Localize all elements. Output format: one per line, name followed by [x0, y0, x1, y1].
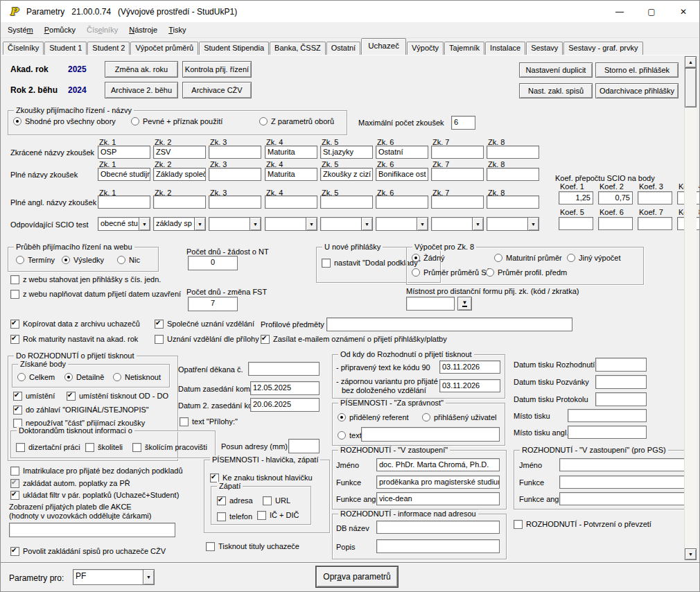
exam-full-field-5[interactable]: Zkoušky z cizí	[320, 168, 373, 181]
checkbox-povolit-spisy-czv[interactable]: Povolit zakládání spisů pro uchazeče CŽV	[10, 546, 166, 556]
tab-ciselniky[interactable]: Číselníky	[3, 42, 44, 55]
scio-combo-1[interactable]: obecné stu▼	[98, 217, 150, 231]
vertical-scrollbar[interactable]: ▲ ▼	[684, 56, 697, 560]
radio-prumer-profil[interactable]: Průměr profil. předm	[486, 268, 567, 277]
zastoupeni-jmeno-field[interactable]: doc. PhDr. Marta Chromá, Ph.D.	[376, 458, 500, 471]
scroll-down-button[interactable]: ▼	[685, 548, 697, 560]
checkbox-kopirovat-archiv[interactable]: Kopírovat data z archivu uchazečů	[10, 319, 140, 329]
radio-prihlaseny-uzivatel[interactable]: přihlášený uživatel	[422, 412, 497, 422]
odarchivace-prihlasky-button[interactable]: Odarchivace přihlášky	[595, 83, 679, 98]
radio-celkem[interactable]: Celkem	[17, 372, 55, 382]
scio-combo-4[interactable]: ▼	[265, 217, 317, 231]
exam-angl-field-5[interactable]	[320, 195, 373, 209]
maximize-button[interactable]: ▢	[636, 1, 667, 22]
popis-field[interactable]	[376, 539, 500, 553]
checkbox-rok-maturity[interactable]: Rok maturity nastavit na akad. rok	[10, 334, 138, 344]
zastoupeni-funkce-angl-field[interactable]: vice-dean	[376, 492, 500, 505]
storno-el-prihlasek-button[interactable]: Storno el. přihlášek	[595, 62, 679, 78]
exam-angl-field-4[interactable]	[265, 195, 317, 209]
radio-shodne[interactable]: Shodné pro všechny obory	[13, 116, 116, 126]
pgs-funkce-angl-field[interactable]	[559, 492, 688, 505]
tab-banka-cssz[interactable]: Banka, ČSSZ	[270, 42, 326, 55]
checkbox-adresa[interactable]: adresa	[217, 496, 253, 505]
pocet-nt-field[interactable]: 0	[188, 256, 238, 270]
spravnost-text-field[interactable]	[361, 427, 500, 442]
scio-combo-6[interactable]: ▼	[376, 217, 428, 231]
nastaveni-duplicit-button[interactable]: Nastavení duplicit	[519, 62, 593, 78]
menu-system[interactable]: Systém	[2, 24, 39, 36]
datum-rozhodnuti-field[interactable]	[595, 358, 647, 372]
scio-combo-7[interactable]: ▼	[431, 217, 484, 231]
parametry-pro-combo[interactable]: PF ▼	[73, 569, 155, 585]
mistnost-field[interactable]	[406, 297, 455, 311]
chevron-down-icon[interactable]: ▼	[472, 217, 484, 231]
checkbox-dizertacni-praci[interactable]: dizertační práci	[16, 442, 80, 452]
max-zkousek-field[interactable]: 6	[451, 116, 475, 130]
chevron-down-icon[interactable]: ▼	[194, 217, 206, 231]
archivace-czv-button[interactable]: Archivace CŽV	[182, 82, 252, 98]
checkbox-uznani-prilohy[interactable]: Uznání vzdělání dle přílohy	[155, 334, 259, 344]
checkbox-skolicim-pracovisti[interactable]: školícím pracovišti	[132, 442, 207, 452]
radio-vysledky[interactable]: Výsledky	[62, 255, 104, 265]
chevron-down-icon[interactable]: ▼	[250, 217, 261, 231]
kontrola-prij-rizeni-button[interactable]: Kontrola přij. řízení	[182, 61, 252, 78]
exam-angl-field-7[interactable]	[431, 195, 484, 209]
scio-combo-8[interactable]: ▼	[487, 217, 539, 231]
misto-tisku-field[interactable]	[568, 409, 647, 422]
checkbox-ukladat-filtr[interactable]: ukládat filtr v pár. poplatků (Uchazeč+S…	[10, 490, 179, 500]
radio-detailne[interactable]: Detailně	[64, 372, 104, 382]
checkbox-tisknout-tituly[interactable]: Tisknout tituly uchazeče	[206, 541, 299, 551]
exam-full-field-7[interactable]	[431, 168, 484, 181]
exam-full-field-8[interactable]	[487, 168, 539, 181]
koef-field-1[interactable]: 1,25	[559, 191, 593, 204]
pgs-funkce-field[interactable]	[559, 476, 688, 489]
menu-pomucky[interactable]: Pomůcky	[39, 24, 81, 36]
koef-field-6[interactable]	[598, 217, 633, 230]
db-nazev-field[interactable]	[376, 521, 500, 534]
radio-netisknout[interactable]: Netisknout	[113, 372, 161, 382]
opatreni-field[interactable]	[248, 362, 320, 376]
menu-tisky[interactable]: Tisky	[163, 24, 191, 36]
odkdy-datum2-field[interactable]: 03.11.2026	[439, 379, 500, 392]
archivace-2-behu-button[interactable]: Archivace 2. běhu	[105, 82, 178, 98]
tab-sestavy[interactable]: Sestavy	[526, 42, 563, 55]
tab-sestavy-graf[interactable]: Sestavy - graf. prvky	[563, 42, 642, 55]
checkbox-text-prilohy[interactable]: text "Přílohy:"	[180, 417, 238, 426]
koef-field-2[interactable]: 0,75	[598, 191, 633, 204]
exam-angl-field-1[interactable]	[98, 195, 150, 209]
zastoupeni-funkce-field[interactable]: proděkanka pro magisterské studium	[376, 476, 500, 489]
koef-field-3[interactable]	[638, 191, 672, 204]
nast-zakl-spisu-button[interactable]: Nast. zakl. spisů	[519, 83, 593, 98]
close-button[interactable]: ✕	[667, 1, 699, 22]
radio-text[interactable]: text	[338, 430, 362, 440]
radio-maturitni-prumer[interactable]: Maturitní průměr	[494, 253, 562, 263]
radio-nic[interactable]: Nic	[117, 255, 140, 265]
chevron-down-icon[interactable]: ▼	[361, 217, 373, 231]
misto-tisku-angl-field[interactable]	[568, 426, 647, 439]
tab-tajemnik[interactable]: Tajemník	[444, 42, 484, 55]
minimize-button[interactable]: —	[604, 1, 636, 22]
exam-short-field-1[interactable]: OSP	[98, 146, 150, 159]
scio-combo-2[interactable]: základy sp▼	[153, 217, 206, 231]
exam-full-field-3[interactable]	[209, 168, 261, 181]
tab-student-2[interactable]: Student 2	[87, 42, 130, 55]
checkbox-ic-dic[interactable]: IČ + DIČ	[257, 510, 299, 520]
tab-uchazec[interactable]: Uchazeč	[361, 38, 406, 55]
tab-instalace[interactable]: Instalace	[485, 42, 525, 55]
exam-full-field-4[interactable]: Maturita	[265, 168, 317, 181]
checkbox-url[interactable]: URL	[263, 496, 290, 505]
checkbox-potvrzeni-prevzeti[interactable]: ROZHODNUTÍ - Potvrzení o převzetí	[514, 519, 651, 529]
radio-pridel-referent[interactable]: přidělený referent	[338, 412, 409, 422]
scrollbar-thumb[interactable]	[685, 68, 697, 107]
radio-zadny[interactable]: Žádný	[412, 253, 445, 263]
scroll-up-button[interactable]: ▲	[685, 56, 697, 68]
pocet-fst-field[interactable]: 7	[188, 297, 238, 311]
radio-terminy[interactable]: Termíny	[16, 255, 55, 265]
exam-angl-field-2[interactable]	[153, 195, 206, 209]
chevron-down-icon[interactable]: ▼	[306, 217, 317, 231]
exam-angl-field-3[interactable]	[209, 195, 261, 209]
exam-short-field-5[interactable]: St.jazyky	[320, 146, 373, 159]
radio-z-parametru[interactable]: Z parametrů oborů	[259, 116, 334, 126]
radio-jiny-vypocet[interactable]: Jiný výpočet	[567, 253, 621, 263]
chevron-down-icon[interactable]: ▼	[417, 217, 428, 231]
